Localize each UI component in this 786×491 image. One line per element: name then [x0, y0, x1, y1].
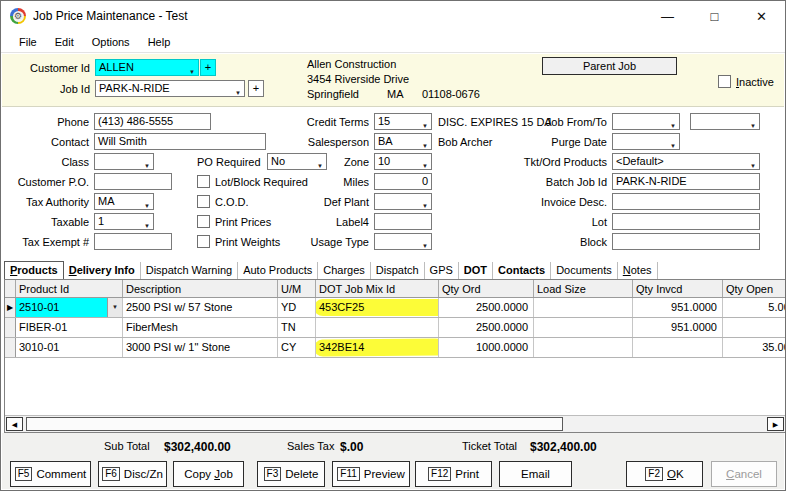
preview-button[interactable]: F11Preview — [332, 461, 410, 487]
salesperson-combo[interactable]: BA▼ — [374, 133, 432, 150]
tab-dispatch-warning[interactable]: Dispatch Warning — [141, 262, 238, 279]
disc-zn-button[interactable]: F6Disc/Zn — [98, 461, 167, 487]
zone-combo[interactable]: 10▼ — [374, 153, 432, 170]
description-cell[interactable]: FiberMesh — [123, 318, 278, 337]
table-row[interactable]: ▶ 2510-01▼ 2500 PSI w/ 57 Stone YD 453CF… — [5, 298, 786, 318]
parent-job-button[interactable]: Parent Job — [542, 57, 677, 75]
qty-ord-cell[interactable]: 1000.0000 — [439, 338, 534, 357]
chevron-down-icon[interactable]: ▼ — [144, 199, 150, 214]
row-selector[interactable] — [5, 338, 16, 357]
add-customer-button[interactable]: + — [200, 59, 216, 76]
qty-open-cell[interactable] — [723, 318, 786, 337]
lot-field[interactable] — [612, 213, 760, 230]
col-description[interactable]: Description — [123, 280, 278, 297]
ok-button[interactable]: F2OK — [626, 461, 703, 487]
product-id-cell[interactable]: 2510-01▼ — [16, 298, 123, 317]
product-id-cell[interactable]: 3010-01 — [16, 338, 123, 357]
scroll-right-icon[interactable]: ▶ — [767, 417, 784, 431]
um-cell[interactable]: TN — [278, 318, 316, 337]
customer-id-combo[interactable]: ALLEN▼ — [95, 59, 199, 76]
print-button[interactable]: F12Print — [415, 461, 492, 487]
dot-job-mix-id-cell[interactable] — [316, 318, 439, 337]
credit-terms-combo[interactable]: 15▼ — [374, 113, 432, 130]
chevron-down-icon[interactable]: ▼ — [750, 159, 756, 174]
col-dot-job-mix-id[interactable]: DOT Job Mix Id — [316, 280, 439, 297]
tax-authority-combo[interactable]: MA▼ — [94, 193, 154, 210]
chevron-down-icon[interactable]: ▼ — [422, 139, 428, 154]
chevron-down-icon[interactable]: ▼ — [235, 86, 241, 101]
cancel-button[interactable]: Cancel — [711, 461, 777, 487]
col-um[interactable]: U/M — [278, 280, 316, 297]
description-cell[interactable]: 3000 PSI w/ 1" Stone — [123, 338, 278, 357]
chevron-down-icon[interactable]: ▼ — [189, 65, 195, 80]
minimize-icon[interactable]: — — [644, 1, 691, 31]
job-from-combo[interactable]: ▼ — [612, 113, 680, 130]
tab-dot[interactable]: DOT — [459, 262, 493, 279]
tab-notes[interactable]: Notes — [618, 262, 658, 279]
contact-field[interactable]: Will Smith — [94, 133, 266, 150]
block-field[interactable] — [612, 233, 760, 250]
chevron-down-icon[interactable]: ▼ — [670, 139, 676, 154]
chevron-down-icon[interactable]: ▼ — [422, 199, 428, 214]
customer-po-field[interactable] — [94, 173, 172, 190]
cod-checkbox[interactable] — [197, 195, 210, 208]
description-cell[interactable]: 2500 PSI w/ 57 Stone — [123, 298, 278, 317]
dot-job-mix-id-cell[interactable]: 342BE14 — [316, 338, 439, 357]
product-id-cell[interactable]: FIBER-01 — [16, 318, 123, 337]
chevron-down-icon[interactable]: ▼ — [750, 119, 756, 134]
table-row[interactable]: 3010-01 3000 PSI w/ 1" Stone CY 342BE14 … — [5, 338, 786, 358]
tab-delivery-info[interactable]: Delivery Info — [64, 262, 141, 279]
tkt-ord-products-combo[interactable]: <Default>▼ — [612, 153, 760, 170]
purge-date-combo[interactable]: ▼ — [612, 133, 680, 150]
lot-block-checkbox[interactable] — [197, 175, 210, 188]
chevron-down-icon[interactable]: ▼ — [422, 119, 428, 134]
menu-edit[interactable]: Edit — [46, 34, 83, 50]
email-button[interactable]: Email — [499, 461, 572, 487]
col-qty-ord[interactable]: Qty Ord — [439, 280, 534, 297]
print-prices-checkbox[interactable] — [197, 215, 210, 228]
tab-gps[interactable]: GPS — [425, 262, 459, 279]
usage-type-combo[interactable]: ▼ — [374, 233, 432, 250]
col-load-size[interactable]: Load Size — [534, 280, 633, 297]
maximize-icon[interactable]: □ — [691, 1, 738, 31]
add-job-button[interactable]: + — [248, 80, 264, 97]
scrollbar-thumb[interactable] — [26, 417, 563, 431]
miles-field[interactable]: 0 — [374, 173, 432, 190]
tab-charges[interactable]: Charges — [318, 262, 371, 279]
horizontal-scrollbar[interactable]: ◀ ▶ — [5, 415, 785, 432]
chevron-down-icon[interactable]: ▼ — [422, 239, 428, 254]
qty-ord-cell[interactable]: 2500.0000 — [439, 318, 534, 337]
chevron-down-icon[interactable]: ▼ — [107, 298, 122, 317]
um-cell[interactable]: CY — [278, 338, 316, 357]
qty-invcd-cell[interactable] — [633, 338, 723, 357]
menu-file[interactable]: File — [10, 34, 46, 50]
tab-dispatch[interactable]: Dispatch — [371, 262, 425, 279]
tab-documents[interactable]: Documents — [551, 262, 618, 279]
class-combo[interactable]: ▼ — [94, 153, 154, 170]
tab-products[interactable]: Products — [4, 261, 64, 280]
delete-button[interactable]: F3Delete — [257, 461, 325, 487]
tab-contacts[interactable]: Contacts — [493, 262, 551, 279]
invoice-desc-field[interactable] — [612, 193, 760, 210]
copy-job-button[interactable]: Copy Job — [173, 461, 244, 487]
dot-job-mix-id-cell[interactable]: 453CF25 — [316, 298, 439, 317]
scroll-left-icon[interactable]: ◀ — [6, 417, 23, 431]
chevron-down-icon[interactable]: ▼ — [670, 119, 676, 134]
tax-exempt-field[interactable] — [94, 233, 172, 250]
close-icon[interactable]: ✕ — [738, 1, 785, 31]
qty-ord-cell[interactable]: 2500.0000 — [439, 298, 534, 317]
phone-field[interactable]: (413) 486-5555 — [94, 113, 211, 130]
load-size-cell[interactable] — [534, 318, 633, 337]
batch-job-id-field[interactable]: PARK-N-RIDE — [612, 173, 760, 190]
chevron-down-icon[interactable]: ▼ — [144, 159, 150, 174]
job-id-combo[interactable]: PARK-N-RIDE▼ — [95, 80, 245, 97]
col-qty-open[interactable]: Qty Open — [723, 280, 786, 297]
job-to-combo[interactable]: ▼ — [690, 113, 760, 130]
qty-invcd-cell[interactable]: 951.0000 — [633, 298, 723, 317]
inactive-checkbox[interactable] — [718, 75, 731, 88]
qty-open-cell[interactable]: 5.0000 — [723, 298, 786, 317]
qty-invcd-cell[interactable]: 951.0000 — [633, 318, 723, 337]
menu-options[interactable]: Options — [83, 34, 139, 50]
table-row[interactable]: FIBER-01 FiberMesh TN 2500.0000 951.0000 — [5, 318, 786, 338]
col-qty-invcd[interactable]: Qty Invcd — [633, 280, 723, 297]
